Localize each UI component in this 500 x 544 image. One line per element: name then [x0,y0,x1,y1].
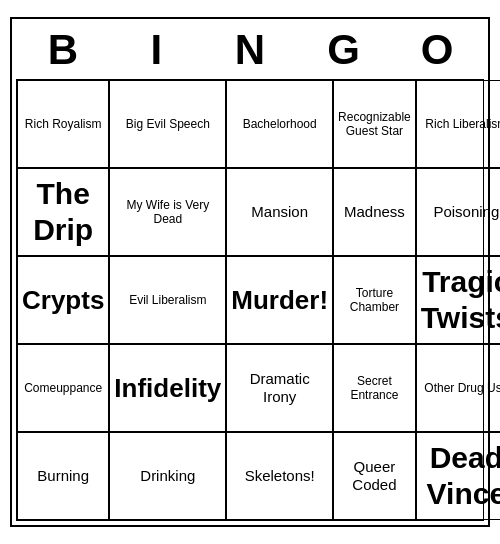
bingo-cell-3-4: Other Drug Use [416,344,500,432]
bingo-cell-3-2: Dramatic Irony [226,344,333,432]
bingo-cell-3-0: Comeuppance [17,344,109,432]
cell-text-3-0: Comeuppance [22,381,104,395]
header-letter-o: O [390,23,484,77]
cell-text-0-0: Rich Royalism [22,117,104,131]
bingo-header: BINGO [16,23,484,77]
bingo-cell-0-2: Bachelorhood [226,80,333,168]
cell-text-3-4: Other Drug Use [421,381,500,395]
bingo-cell-2-2: Murder! [226,256,333,344]
bingo-cell-1-3: Madness [333,168,416,256]
cell-text-1-2: Mansion [231,203,328,221]
cell-text-3-1: Infidelity [114,373,221,404]
bingo-cell-0-3: Recognizable Guest Star [333,80,416,168]
bingo-cell-2-3: Torture Chamber [333,256,416,344]
cell-text-0-4: Rich Liberalism [421,117,500,131]
cell-text-2-1: Evil Liberalism [114,293,221,307]
cell-text-1-4: Poisoning [421,203,500,221]
cell-text-4-0: Burning [22,467,104,485]
cell-text-2-0: Crypts [22,285,104,316]
cell-text-3-2: Dramatic Irony [231,370,328,406]
cell-text-2-4: Tragic Twists [421,264,500,336]
cell-text-1-1: My Wife is Very Dead [114,198,221,227]
bingo-cell-0-0: Rich Royalism [17,80,109,168]
cell-text-2-2: Murder! [231,285,328,316]
bingo-cell-2-1: Evil Liberalism [109,256,226,344]
cell-text-1-3: Madness [338,203,411,221]
bingo-cell-1-1: My Wife is Very Dead [109,168,226,256]
bingo-cell-0-4: Rich Liberalism [416,80,500,168]
bingo-cell-4-1: Drinking [109,432,226,520]
header-letter-g: G [297,23,391,77]
cell-text-0-3: Recognizable Guest Star [338,110,411,139]
bingo-cell-2-0: Crypts [17,256,109,344]
cell-text-4-4: Dead Vince [421,440,500,512]
cell-text-0-1: Big Evil Speech [114,117,221,131]
header-letter-b: B [16,23,110,77]
bingo-cell-1-4: Poisoning [416,168,500,256]
cell-text-3-3: Secret Entrance [338,374,411,403]
bingo-cell-3-3: Secret Entrance [333,344,416,432]
bingo-cell-4-0: Burning [17,432,109,520]
cell-text-2-3: Torture Chamber [338,286,411,315]
bingo-cell-1-0: The Drip [17,168,109,256]
cell-text-0-2: Bachelorhood [231,117,328,131]
bingo-cell-4-2: Skeletons! [226,432,333,520]
bingo-cell-3-1: Infidelity [109,344,226,432]
bingo-cell-4-3: Queer Coded [333,432,416,520]
cell-text-4-2: Skeletons! [231,467,328,485]
cell-text-4-1: Drinking [114,467,221,485]
bingo-grid: Rich RoyalismBig Evil SpeechBachelorhood… [16,79,484,521]
bingo-card: BINGO Rich RoyalismBig Evil SpeechBachel… [10,17,490,527]
bingo-cell-1-2: Mansion [226,168,333,256]
header-letter-i: I [110,23,204,77]
bingo-cell-4-4: Dead Vince [416,432,500,520]
header-letter-n: N [203,23,297,77]
cell-text-1-0: The Drip [22,176,104,248]
bingo-cell-2-4: Tragic Twists [416,256,500,344]
bingo-cell-0-1: Big Evil Speech [109,80,226,168]
cell-text-4-3: Queer Coded [338,458,411,494]
